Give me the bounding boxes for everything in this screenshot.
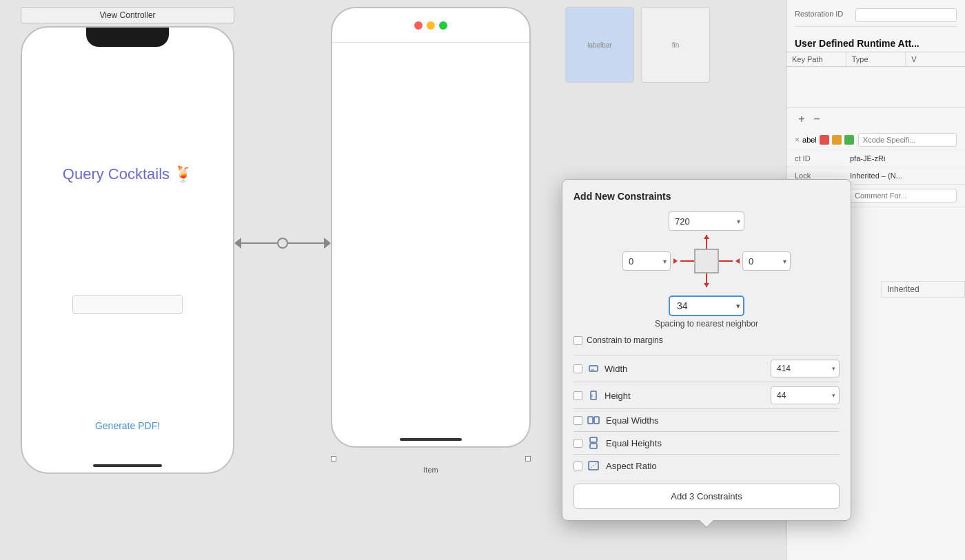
width-icon: ⇔ xyxy=(587,362,600,375)
restoration-id-input[interactable] xyxy=(855,8,957,22)
left-h-line xyxy=(680,260,694,262)
aspect-ratio-label: Aspect Ratio xyxy=(606,461,657,471)
phone2-top-bar xyxy=(332,8,529,43)
yellow-square xyxy=(832,135,842,145)
width-label: Width xyxy=(605,364,771,374)
vc-title-bar: View Controller xyxy=(21,7,234,23)
thumbnails-area: labelbar fin xyxy=(558,0,786,90)
xcode-specify-input[interactable] xyxy=(858,133,957,147)
tl-yellow xyxy=(427,21,435,30)
hint-input[interactable] xyxy=(850,189,957,203)
corner-handle-br[interactable] xyxy=(525,456,531,462)
top-arrow xyxy=(706,235,707,249)
phone2-frame: Item xyxy=(331,7,531,462)
thumb-label-2: fin xyxy=(672,41,680,49)
aspect-ratio-icon xyxy=(587,459,600,473)
spacing-label: Spacing to nearest neighbor xyxy=(573,319,840,329)
right-spacing-input[interactable]: 0 xyxy=(742,251,791,271)
right-h-line xyxy=(719,260,733,262)
arrow-right xyxy=(324,238,331,249)
aspect-ratio-row: Aspect Ratio xyxy=(573,454,840,477)
height-label: Height xyxy=(605,391,771,401)
constrain-margins-row: Constrain to margins xyxy=(573,335,840,345)
key-path-col: Key Path xyxy=(786,52,846,66)
right-side: 0 xyxy=(719,251,791,271)
color-squares xyxy=(820,135,854,145)
equal-widths-label: Equal Widths xyxy=(606,415,659,426)
label-text: abel xyxy=(802,136,817,144)
left-spacing-input[interactable]: 0 xyxy=(622,251,671,271)
vc-frame: View Controller Query Cocktails 🍹 Genera… xyxy=(21,7,234,475)
svg-text:⇔: ⇔ xyxy=(591,368,594,372)
label-color-row: × abel xyxy=(786,130,965,150)
equal-widths-icon xyxy=(587,413,600,427)
phone2-outline xyxy=(331,7,531,448)
left-spacing-wrap[interactable]: 0 xyxy=(622,251,671,271)
arrow-line xyxy=(241,242,324,244)
bottom-arrow xyxy=(706,273,707,287)
equal-heights-icon xyxy=(587,436,600,450)
thumbnail-1[interactable]: labelbar xyxy=(565,7,634,83)
right-arrow-head xyxy=(735,258,740,264)
tl-green xyxy=(439,21,447,30)
green-square xyxy=(844,135,854,145)
thumb-label-1: labelbar xyxy=(587,41,612,49)
height-value-wrap[interactable]: 44 xyxy=(771,386,840,404)
table-body xyxy=(786,67,965,108)
traffic-lights xyxy=(414,21,447,30)
height-checkbox[interactable] xyxy=(573,391,582,400)
close-icon[interactable]: × xyxy=(795,135,800,145)
right-spacing-wrap[interactable]: 0 xyxy=(742,251,791,271)
dialog-tail xyxy=(698,520,715,528)
object-id-value: pfa-JE-zRi xyxy=(850,154,957,163)
svg-rect-7 xyxy=(590,444,597,448)
equal-widths-checkbox[interactable] xyxy=(573,416,582,425)
top-spacing-input[interactable]: 720 xyxy=(669,211,744,231)
constraints-dialog: Add New Constraints 720 0 xyxy=(562,179,851,521)
dialog-title: Add New Constraints xyxy=(573,191,840,202)
equal-widths-row: Equal Widths xyxy=(573,408,840,431)
corner-handle-bl[interactable] xyxy=(331,456,336,462)
restoration-id-row: Restoration ID xyxy=(786,0,965,32)
left-arrow-head xyxy=(673,258,678,264)
width-checkbox[interactable] xyxy=(573,364,582,373)
udra-title: User Defined Runtime Att... xyxy=(786,32,965,52)
restoration-id-field: Restoration ID xyxy=(795,6,957,27)
object-id-row: ct ID pfa-JE-zRi xyxy=(786,150,965,167)
inherited-badge: Inherited xyxy=(881,281,965,298)
constrain-margins-label: Constrain to margins xyxy=(587,335,663,345)
arrow-left xyxy=(234,238,241,249)
tl-red xyxy=(414,21,423,30)
value-col: V xyxy=(906,52,965,66)
top-spacing-wrap[interactable]: 720 xyxy=(669,211,744,231)
item-label: Item xyxy=(423,466,438,474)
left-side: 0 xyxy=(622,251,694,271)
phone-outline: Query Cocktails 🍹 Generate PDF! xyxy=(21,26,234,474)
remove-attribute-button[interactable]: − xyxy=(810,112,824,126)
equal-heights-checkbox[interactable] xyxy=(573,439,582,448)
width-select[interactable]: 414 xyxy=(771,360,840,377)
svg-line-9 xyxy=(589,462,598,470)
height-row: ⇕ Height 44 xyxy=(573,382,840,408)
add-constraints-button[interactable]: Add 3 Constraints xyxy=(573,484,840,509)
bottom-spacing-input[interactable]: 34 xyxy=(669,295,744,316)
type-col: Type xyxy=(846,52,906,66)
generate-btn[interactable]: Generate PDF! xyxy=(95,420,160,431)
constraint-spacing: 0 0 xyxy=(573,235,840,287)
thumbnail-2[interactable]: fin xyxy=(641,7,710,83)
search-bar[interactable] xyxy=(72,295,183,314)
svg-rect-6 xyxy=(590,437,597,442)
box-middle-row: 0 0 xyxy=(622,249,791,273)
height-select[interactable]: 44 xyxy=(771,386,840,404)
add-attribute-button[interactable]: + xyxy=(795,112,809,126)
add-remove-row: + − xyxy=(786,108,965,130)
bottom-input-row: 34 xyxy=(573,295,840,316)
height-icon: ⇕ xyxy=(587,388,600,402)
constrain-margins-checkbox[interactable] xyxy=(573,336,582,345)
width-value-wrap[interactable]: 414 xyxy=(771,360,840,377)
aspect-ratio-checkbox[interactable] xyxy=(573,462,582,470)
bottom-input-wrap[interactable]: 34 xyxy=(669,295,744,316)
table-header: Key Path Type V xyxy=(786,52,965,67)
lock-value: Inherited – (N... xyxy=(850,172,957,180)
equal-heights-label: Equal Heights xyxy=(606,438,662,448)
